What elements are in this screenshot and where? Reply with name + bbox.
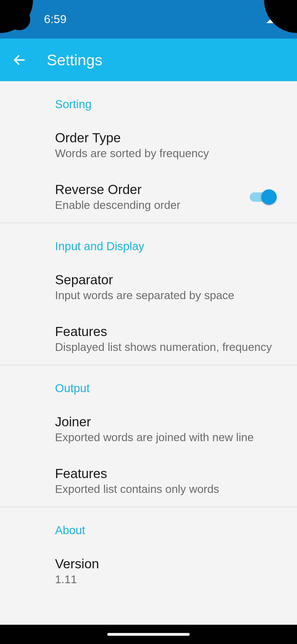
settings-list[interactable]: Sorting Order Type Words are sorted by f… <box>0 81 297 625</box>
row-title: Features <box>55 324 280 339</box>
section-header-sorting: Sorting <box>0 81 297 119</box>
status-bar: 6:59 <box>0 0 297 39</box>
row-subtitle: Words are sorted by frequency <box>55 147 280 160</box>
row-subtitle: Displayed list shows numeration, frequen… <box>55 341 280 354</box>
row-separator[interactable]: Separator Input words are separated by s… <box>0 261 297 313</box>
row-title: Features <box>55 466 280 481</box>
row-subtitle: Exported words are joined with new line <box>55 431 280 444</box>
section-header-output: Output <box>0 365 297 403</box>
section-about: About Version 1.11 <box>0 507 297 597</box>
row-subtitle: Input words are separated by space <box>55 289 280 302</box>
row-title: Separator <box>55 272 280 287</box>
row-order-type[interactable]: Order Type Words are sorted by frequency <box>0 119 297 171</box>
status-time: 6:59 <box>44 13 67 26</box>
section-sorting: Sorting Order Type Words are sorted by f… <box>0 81 297 223</box>
row-output-features[interactable]: Features Exported list contains only wor… <box>0 455 297 507</box>
app-bar: Settings <box>0 39 297 81</box>
navigation-bar <box>0 625 297 644</box>
back-button[interactable] <box>8 49 30 71</box>
row-subtitle: 1.11 <box>55 573 280 586</box>
switch-thumb <box>261 189 277 205</box>
row-subtitle: Enable descending order <box>55 199 250 212</box>
section-input-display: Input and Display Separator Input words … <box>0 223 297 365</box>
home-handle[interactable] <box>107 633 190 636</box>
row-title: Order Type <box>55 130 280 145</box>
row-version[interactable]: Version 1.11 <box>0 545 297 597</box>
device-frame: 6:59 Settings Sorting Order Type Words a… <box>0 0 297 644</box>
page-title: Settings <box>47 51 102 69</box>
row-title: Version <box>55 556 280 571</box>
row-joiner[interactable]: Joiner Exported words are joined with ne… <box>0 403 297 455</box>
section-header-about: About <box>0 507 297 545</box>
row-display-features[interactable]: Features Displayed list shows numeration… <box>0 313 297 365</box>
section-output: Output Joiner Exported words are joined … <box>0 365 297 507</box>
row-reverse-order[interactable]: Reverse Order Enable descending order <box>0 171 297 223</box>
row-title: Reverse Order <box>55 182 250 197</box>
row-title: Joiner <box>55 414 280 429</box>
section-header-input-display: Input and Display <box>0 223 297 261</box>
row-subtitle: Exported list contains only words <box>55 483 280 496</box>
arrow-left-icon <box>12 53 26 67</box>
reverse-order-switch[interactable] <box>250 189 275 205</box>
